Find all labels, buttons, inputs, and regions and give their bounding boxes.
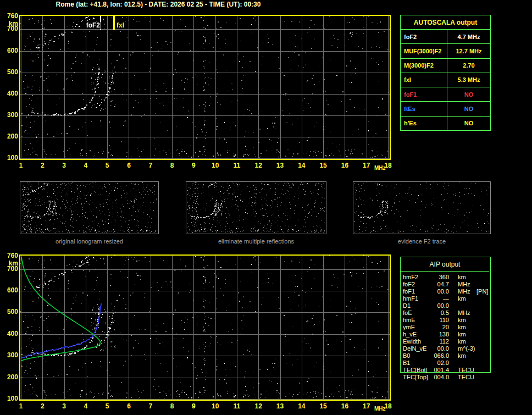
aip-cell: hmF2: [403, 274, 429, 281]
y-tick-400: 400: [1, 330, 18, 337]
x-tick-4: 4: [80, 403, 92, 410]
x-tick-15: 15: [317, 162, 329, 169]
aip-cell: 001.4: [429, 367, 449, 374]
autoscala-row-MUF(3000)F2: MUF(3000)F212.7 MHz: [401, 43, 490, 58]
x-tick-6: 6: [123, 162, 135, 169]
bottom-ionogram-canvas: [19, 254, 391, 401]
autoscala-row-value: NO: [447, 117, 490, 130]
fxI-marker-label: fxI: [116, 22, 125, 29]
x-tick-16: 16: [339, 403, 351, 410]
panel-caption-evidence: evidence F2 trace: [353, 238, 491, 245]
aip-cell: h_vE: [403, 331, 429, 338]
autoscala-row-label: foF1: [401, 87, 447, 101]
x-tick-2: 2: [36, 403, 48, 410]
aip-cell: B1: [403, 359, 429, 367]
x-tick-3: 3: [58, 403, 70, 410]
aip-cell: [474, 295, 490, 302]
aip-cell: [474, 274, 490, 281]
aip-cell: TEC[Top]: [403, 374, 429, 381]
aip-row-DelN_vE: DelN_vE00.0m^(-3): [403, 345, 490, 352]
x-axis-unit: MHz: [374, 406, 386, 412]
y-tick-100: 100: [1, 395, 18, 402]
aip-cell: MHz: [449, 281, 474, 288]
aip-cell: [449, 359, 474, 367]
aip-cell: [474, 338, 490, 345]
autoscala-row-value: NO: [447, 87, 490, 101]
aip-row-Ewidth: Ewidth112km: [403, 338, 490, 345]
autoscala-table-title: AUTOSCALA output: [401, 15, 490, 29]
x-tick-3: 3: [58, 162, 70, 169]
aip-cell: 20: [429, 324, 449, 331]
y-tick-300: 300: [1, 352, 18, 359]
aip-cell: [474, 281, 490, 288]
x-tick-16: 16: [339, 162, 351, 169]
aip-cell: km: [449, 295, 474, 302]
autoscala-row-label: h'Es: [401, 117, 447, 130]
aip-cell: MHz: [449, 288, 474, 295]
aip-row-TEC[Top]: TEC[Top]004.0TECU: [403, 374, 490, 381]
aip-row-B1: B102.0: [403, 359, 490, 367]
aip-cell: ---: [429, 295, 449, 302]
y-tick-500: 500: [1, 308, 18, 316]
x-axis-unit: MHz: [374, 165, 386, 171]
x-tick-17: 17: [361, 162, 373, 169]
x-tick-8: 8: [166, 162, 178, 169]
autoscala-row-fxI: fxI5.3 MHz: [401, 73, 490, 87]
autoscala-row-value: 12.7 MHz: [447, 44, 490, 58]
aip-cell: km: [449, 317, 474, 324]
aip-cell: B0: [403, 352, 429, 359]
x-tick-13: 13: [274, 403, 286, 410]
aip-cell: TECU: [449, 367, 474, 374]
x-tick-9: 9: [187, 403, 199, 410]
autoscala-row-foF1: foF1NO: [401, 87, 490, 101]
aip-cell: 00.0: [429, 345, 449, 352]
aip-cell: hmE: [403, 317, 429, 324]
x-tick-15: 15: [317, 403, 329, 410]
aip-cell: 004.0: [429, 374, 449, 381]
aip-cell: 110: [429, 317, 449, 324]
y-tick-200: 200: [1, 374, 18, 381]
y-tick-760: 760: [1, 13, 18, 20]
x-tick-7: 7: [145, 403, 157, 410]
aip-cell: ymE: [403, 324, 429, 331]
aip-row-ymE: ymE20km: [403, 324, 490, 331]
autoscala-row-h'Es: h'EsNO: [401, 116, 490, 130]
aip-cell: m^(-3): [449, 345, 474, 352]
y-tick-700: 700: [1, 265, 18, 273]
aip-cell: 00.0: [429, 288, 449, 295]
x-tick-7: 7: [145, 162, 157, 169]
aip-cell: [474, 317, 490, 324]
page-title: Rome (lat: +41.8, lon: 012.5) - DATE: 20…: [47, 1, 270, 8]
autoscala-row-foF2: foF24.7 MHz: [401, 29, 490, 43]
aip-row-hmF1: hmF1---km: [403, 295, 490, 302]
aip-cell: km: [449, 331, 474, 338]
aip-row-D1: D100.0: [403, 302, 490, 309]
aip-cell: [474, 367, 490, 374]
x-tick-5: 5: [101, 403, 113, 410]
x-tick-8: 8: [166, 403, 178, 410]
foF2-marker-label: foF2: [80, 22, 101, 29]
autoscala-row-label: ftEs: [401, 102, 447, 115]
aip-cell: [474, 309, 490, 317]
aip-cell: km: [449, 324, 474, 331]
x-tick-1: 1: [15, 403, 27, 410]
aip-cell: 066.0: [429, 352, 449, 359]
y-tick-700: 700: [1, 25, 18, 32]
aip-cell: [474, 331, 490, 338]
aip-cell: [474, 359, 490, 367]
x-tick-4: 4: [80, 162, 92, 169]
aip-cell: km: [449, 352, 474, 359]
aip-cell: 138: [429, 331, 449, 338]
x-tick-1: 1: [15, 162, 27, 169]
panel-caption-eliminate: eliminate multiple reflections: [186, 238, 326, 245]
autoscala-row-label: foF2: [401, 30, 447, 43]
y-tick-600: 600: [1, 47, 18, 54]
aip-row-foF1: foF100.0MHz[PN]: [403, 288, 490, 295]
autoscala-row-value: 4.7 MHz: [447, 30, 490, 43]
autoscala-row-value: 2.70: [447, 59, 490, 73]
x-tick-10: 10: [209, 403, 221, 410]
x-tick-11: 11: [231, 162, 243, 169]
y-tick-200: 200: [1, 133, 18, 140]
aip-row-B0: B0066.0km: [403, 352, 490, 359]
aip-cell: D1: [403, 302, 429, 309]
